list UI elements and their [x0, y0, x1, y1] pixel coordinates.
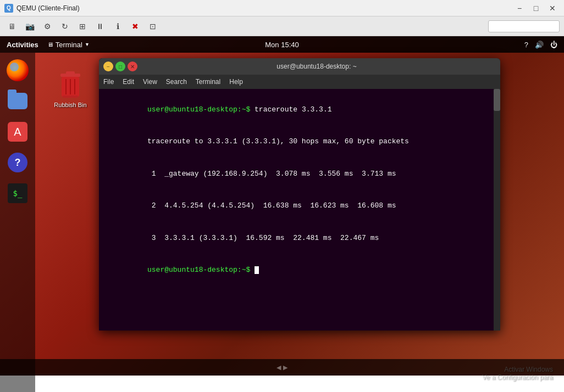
terminal-menubar: File Edit View Search Terminal Help — [99, 75, 500, 89]
toolbar-btn-5[interactable]: ⊞ — [75, 19, 90, 34]
terminal-title-text: user@ubuntu18-desktop: ~ — [137, 63, 496, 70]
gnome-sidebar: A ? $_ — [0, 53, 35, 392]
sound-icon[interactable]: 🔊 — [535, 41, 544, 49]
qemu-titlebar: Q QEMU (Cliente-Final) − □ ✕ — [0, 0, 564, 16]
toolbar-btn-2[interactable]: 📷 — [22, 19, 37, 34]
terminal-output-4: 3 3.3.3.1 (3.3.3.1) 16.592 ms 22.481 ms … — [147, 234, 379, 242]
terminal-scrollbar-thumb[interactable] — [494, 89, 500, 111]
toolbar-btn-1[interactable]: 🖥 — [4, 19, 20, 34]
toolbar-btn-8[interactable]: ✖ — [128, 19, 143, 34]
terminal-output-1: traceroute to 3.3.3.1 (3.3.3.1), 30 hops… — [147, 137, 409, 145]
terminal-wm-buttons: − □ ✕ — [103, 61, 137, 71]
terminal-line-4: 2 4.4.5.254 (4.4.5.254) 16.638 ms 16.623… — [104, 190, 495, 222]
terminal-menu-view[interactable]: View — [143, 78, 157, 86]
terminal-line-3: 1 _gateway (192.168.9.254) 3.078 ms 3.55… — [104, 158, 495, 190]
qemu-minimize-button[interactable]: − — [512, 3, 527, 14]
qemu-maximize-button[interactable]: □ — [529, 3, 543, 14]
gnome-clock: Mon 15:40 — [265, 41, 298, 49]
sidebar-item-software[interactable]: A — [4, 119, 31, 145]
desktop-content: A ? $_ — [0, 53, 564, 392]
terminal-body[interactable]: user@ubuntu18-desktop:~$ traceroute 3.3.… — [99, 89, 500, 331]
rubbish-bin-icon — [57, 69, 84, 100]
gnome-terminal-label: Terminal — [56, 41, 82, 49]
terminal-minimize-button[interactable]: − — [103, 61, 113, 71]
terminal-output-2: 1 _gateway (192.168.9.254) 3.078 ms 3.55… — [147, 170, 396, 178]
terminal-line-2: traceroute to 3.3.3.1 (3.3.3.1), 30 hops… — [104, 126, 495, 158]
gnome-bottombar-label: ◀ ▶ — [277, 364, 287, 371]
toolbar-btn-7[interactable]: ℹ — [110, 19, 125, 34]
svg-rect-6 — [63, 96, 78, 98]
desktop-icon-rubbish-bin[interactable]: Rubbish Bin — [48, 69, 92, 109]
terminal-cursor — [255, 266, 259, 274]
terminal-maximize-button[interactable]: □ — [115, 61, 125, 71]
gnome-systray: ? 🔊 ⏻ — [524, 41, 557, 49]
sidebar-item-files[interactable] — [4, 88, 31, 114]
terminal-line-6: user@ubuntu18-desktop:~$ — [104, 254, 495, 287]
toolbar-btn-4[interactable]: ↻ — [57, 19, 73, 34]
terminal-menu-terminal[interactable]: Terminal — [196, 78, 220, 86]
terminal-menu-help[interactable]: Help — [229, 78, 243, 86]
qemu-app-icon: Q — [4, 4, 13, 13]
toolbar-search-input[interactable] — [488, 20, 560, 32]
gnome-bottombar: ◀ ▶ — [0, 359, 564, 376]
terminal-titlebar: − □ ✕ user@ubuntu18-desktop: ~ — [99, 58, 500, 75]
rubbish-bin-label: Rubbish Bin — [52, 101, 88, 109]
sidebar-item-terminal[interactable]: $_ — [4, 180, 31, 206]
terminal-line-5: 3 3.3.3.1 (3.3.3.1) 16.592 ms 22.481 ms … — [104, 222, 495, 254]
terminal-line-1: user@ubuntu18-desktop:~$ traceroute 3.3.… — [104, 93, 495, 126]
sidebar-item-firefox[interactable] — [4, 57, 31, 83]
qemu-close-button[interactable]: ✕ — [545, 3, 560, 14]
gnome-terminal-dropdown-icon: ▼ — [85, 42, 90, 47]
gnome-desktop: Activities 🖥 Terminal ▼ Mon 15:40 ? 🔊 ⏻ — [0, 36, 564, 376]
terminal-menu-edit[interactable]: Edit — [123, 78, 134, 86]
svg-rect-1 — [66, 71, 75, 75]
gnome-activities-button[interactable]: Activities — [7, 41, 38, 49]
qemu-title-left: Q QEMU (Cliente-Final) — [4, 4, 80, 13]
toolbar-btn-6[interactable]: ⏸ — [92, 19, 108, 34]
gnome-terminal-icon: 🖥 — [47, 41, 53, 48]
toolbar-btn-3[interactable]: ⚙ — [40, 19, 55, 34]
terminal-menu-file[interactable]: File — [103, 78, 114, 86]
accessibility-icon[interactable]: ? — [524, 41, 528, 49]
power-icon[interactable]: ⏻ — [550, 41, 557, 49]
qemu-window-controls: − □ ✕ — [512, 3, 560, 14]
gnome-topbar: Activities 🖥 Terminal ▼ Mon 15:40 ? 🔊 ⏻ — [0, 36, 564, 53]
terminal-close-button[interactable]: ✕ — [128, 61, 137, 71]
qemu-title-text: QEMU (Cliente-Final) — [16, 4, 80, 12]
terminal-prompt-1: user@ubuntu18-desktop:~$ — [147, 105, 255, 114]
gnome-terminal-menu[interactable]: 🖥 Terminal ▼ — [47, 41, 90, 49]
toolbar-btn-9[interactable]: ⊡ — [145, 19, 161, 34]
terminal-menu-search[interactable]: Search — [166, 78, 187, 86]
terminal-cmd-1: traceroute 3.3.3.1 — [255, 105, 331, 114]
terminal-window: − □ ✕ user@ubuntu18-desktop: ~ File Edit… — [99, 58, 500, 331]
sidebar-item-help[interactable]: ? — [4, 149, 31, 176]
terminal-prompt-2: user@ubuntu18-desktop:~$ — [147, 266, 255, 274]
terminal-scrollbar[interactable] — [494, 89, 500, 331]
terminal-output-3: 2 4.4.5.254 (4.4.5.254) 16.638 ms 16.623… — [147, 201, 396, 210]
qemu-toolbar: 🖥 📷 ⚙ ↻ ⊞ ⏸ ℹ ✖ ⊡ — [0, 16, 564, 36]
